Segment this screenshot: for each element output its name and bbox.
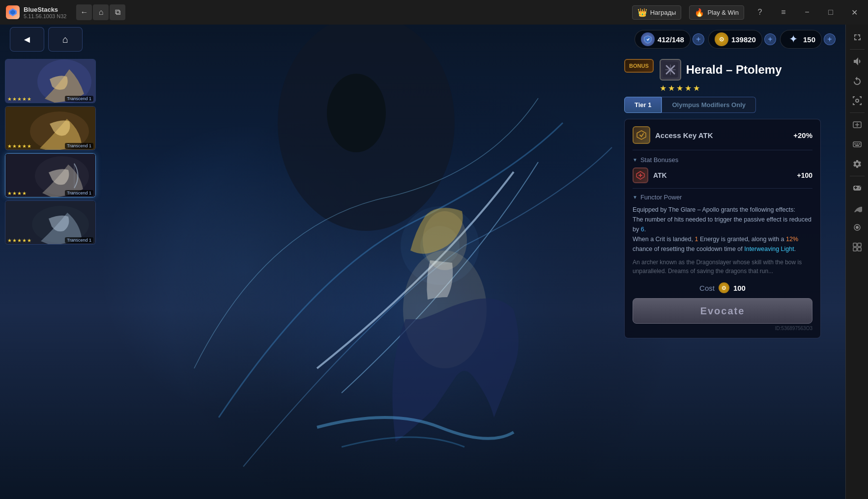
svg-point-33 bbox=[856, 226, 859, 229]
sidebar-volume-button[interactable] bbox=[848, 53, 866, 70]
character-card-1[interactable]: ✦ ★★★★★ Transcend 1 bbox=[5, 59, 96, 103]
help-button[interactable]: ? bbox=[752, 4, 768, 20]
right-sidebar bbox=[845, 25, 868, 499]
functor-highlight-4: Interweaving Light bbox=[744, 246, 794, 252]
character-id: ID:536897563O3 bbox=[633, 326, 812, 331]
multi-button[interactable]: ⧉ bbox=[110, 4, 125, 20]
svg-rect-34 bbox=[853, 243, 857, 247]
coins-add-button[interactable]: + bbox=[764, 33, 776, 45]
access-key-icon bbox=[633, 126, 650, 144]
svg-point-4 bbox=[327, 74, 386, 152]
char-class-icon bbox=[660, 59, 681, 81]
bonus-badge: BONUS bbox=[624, 59, 654, 73]
svg-rect-36 bbox=[853, 248, 857, 251]
sidebar-divider-3 bbox=[850, 176, 865, 176]
stamina-value: 412/148 bbox=[658, 35, 684, 44]
sidebar-divider-2 bbox=[850, 112, 865, 113]
atk-label: ATK bbox=[653, 171, 792, 179]
char3-label: Transcend 1 bbox=[65, 190, 93, 196]
cost-row: Cost ⊙ 100 bbox=[633, 282, 812, 293]
char-stars-row: ★ ★ ★ ★ ★ bbox=[660, 83, 821, 93]
access-key-row: Access Key ATK +20% bbox=[633, 126, 812, 150]
functor-highlight-1: 6 bbox=[641, 226, 644, 233]
info-panel: Access Key ATK +20% Stat Bonuses ATK +10… bbox=[624, 119, 821, 338]
atk-value: +100 bbox=[797, 171, 812, 179]
crown-icon: 👑 bbox=[637, 8, 647, 17]
stat-bonuses-header: Stat Bonuses bbox=[633, 156, 812, 164]
olympus-button[interactable]: Olympus Modifiers Only bbox=[662, 97, 756, 113]
atk-stat-row: ATK +100 bbox=[633, 167, 812, 183]
char4-thumbnail: ★★★★★ Transcend 1 bbox=[5, 201, 95, 245]
resource-gems: ✦ 150 bbox=[780, 30, 822, 49]
game-area: ◄ ⌂ 412/148 + ⊙ 139820 + ✦ bbox=[0, 25, 845, 499]
sidebar-gamepad-button[interactable] bbox=[848, 179, 866, 197]
svg-rect-35 bbox=[858, 243, 861, 247]
sidebar-keymapping-button[interactable] bbox=[848, 136, 866, 153]
resource-coins: ⊙ 139820 bbox=[708, 30, 762, 49]
gems-value: 150 bbox=[803, 35, 815, 44]
functor-section: Functor Power Equipped by The Glare – Ap… bbox=[633, 188, 812, 276]
character-card-3[interactable]: ✦ ★★★★ Transcend 1 bbox=[5, 153, 96, 197]
sidebar-settings-button[interactable] bbox=[848, 155, 866, 173]
char2-stars: ★★★★★ bbox=[7, 143, 31, 149]
coins-value: 139820 bbox=[731, 35, 756, 44]
logo-area: BlueStacks 5.11.56.1003 N32 bbox=[0, 5, 72, 19]
back-button[interactable]: ← bbox=[76, 4, 92, 20]
svg-rect-30 bbox=[859, 143, 860, 144]
maximize-button[interactable]: □ bbox=[823, 4, 839, 20]
sidebar-screenshot-button[interactable] bbox=[848, 92, 866, 110]
resource-stamina: 412/148 bbox=[635, 30, 691, 49]
back-hud-button[interactable]: ◄ bbox=[10, 27, 44, 52]
character-card-2[interactable]: ✦ ★★★★★ Transcend 1 bbox=[5, 106, 96, 150]
home-hud-icon: ⌂ bbox=[62, 34, 68, 45]
menu-button[interactable]: ≡ bbox=[776, 4, 791, 20]
titlebar-right: 👑 Награды 🔥 Play & Win ? ≡ − □ ✕ bbox=[626, 4, 868, 20]
sidebar-multi-button[interactable] bbox=[848, 238, 866, 256]
char1-thumbnail: ★★★★★ Transcend 1 bbox=[5, 59, 95, 103]
access-key-value: +20% bbox=[793, 131, 812, 139]
fire-icon: 🔥 bbox=[694, 8, 704, 17]
char4-label: Transcend 1 bbox=[65, 237, 93, 243]
evocate-button[interactable]: Evocate bbox=[633, 298, 812, 324]
sidebar-rotate-button[interactable] bbox=[848, 72, 866, 90]
coin-icon: ⊙ bbox=[715, 32, 728, 46]
play-win-button[interactable]: 🔥 Play & Win bbox=[689, 5, 744, 20]
stamina-add-button[interactable]: + bbox=[693, 33, 704, 45]
bonus-area: BONUS Herald – Ptolemy ★ ★ bbox=[624, 59, 821, 93]
character-card-4[interactable]: ✦ ★★★★★ Transcend 1 bbox=[5, 200, 96, 245]
char1-stars: ★★★★★ bbox=[7, 96, 31, 102]
cost-value: 100 bbox=[733, 284, 746, 292]
sidebar-divider-1 bbox=[850, 49, 865, 50]
sidebar-macro-button[interactable] bbox=[848, 116, 866, 134]
atk-stat-icon bbox=[633, 167, 648, 183]
char2-label: Transcend 1 bbox=[65, 143, 93, 149]
close-button[interactable]: ✕ bbox=[846, 4, 862, 20]
app-version: 5.11.56.1003 N32 bbox=[24, 13, 66, 19]
char3-thumbnail: ★★★★ Transcend 1 bbox=[5, 154, 95, 197]
tier1-button[interactable]: Tier 1 bbox=[624, 97, 662, 113]
back-arrow-icon: ◄ bbox=[22, 34, 32, 45]
char4-stars: ★★★★★ bbox=[7, 238, 31, 243]
rewards-label: Награды bbox=[650, 9, 676, 16]
home-button[interactable]: ⌂ bbox=[93, 4, 109, 20]
rewards-button[interactable]: 👑 Награды bbox=[632, 5, 682, 20]
char-title-row: Herald – Ptolemy bbox=[660, 59, 821, 81]
sidebar-record-button[interactable] bbox=[848, 219, 866, 236]
gem-icon: ✦ bbox=[786, 32, 800, 46]
gems-add-button[interactable]: + bbox=[824, 33, 836, 45]
sidebar-eco-button[interactable] bbox=[848, 199, 866, 217]
functor-highlight-3: 12% bbox=[786, 236, 798, 243]
svg-rect-31 bbox=[855, 145, 859, 146]
functor-description: Equipped by The Glare – Apollo grants th… bbox=[633, 205, 812, 254]
stamina-icon bbox=[641, 32, 655, 46]
home-hud-button[interactable]: ⌂ bbox=[48, 27, 83, 52]
play-win-label: Play & Win bbox=[707, 9, 739, 16]
access-key-label: Access Key ATK bbox=[655, 131, 788, 139]
nav-buttons: ← ⌂ ⧉ bbox=[76, 4, 125, 20]
svg-rect-29 bbox=[856, 143, 858, 144]
char-name: Herald – Ptolemy bbox=[686, 63, 782, 77]
functor-title: Functor Power bbox=[633, 194, 812, 201]
sidebar-expand-button[interactable] bbox=[848, 28, 866, 46]
tier-row: Tier 1 Olympus Modifiers Only bbox=[624, 97, 821, 113]
minimize-button[interactable]: − bbox=[799, 4, 815, 20]
